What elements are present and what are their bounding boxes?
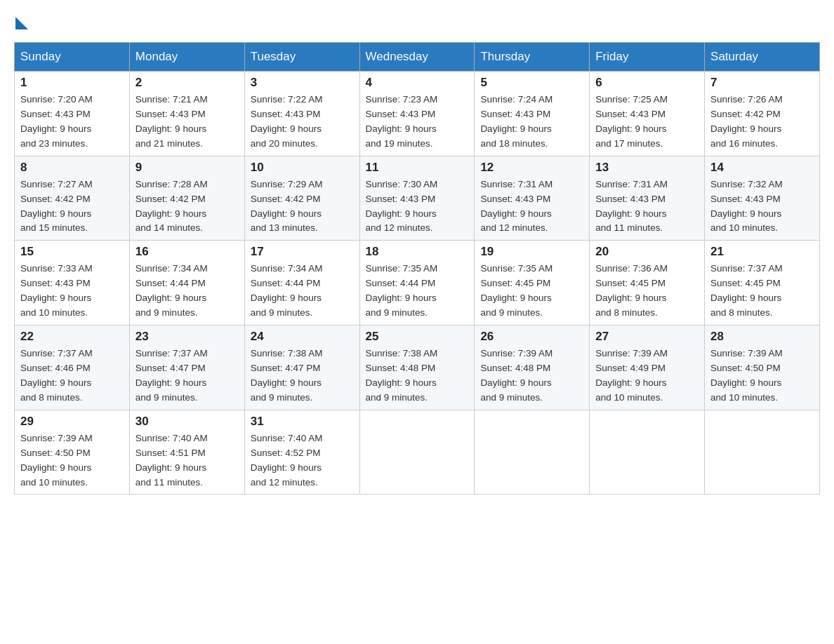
calendar-cell: 23Sunrise: 7:37 AMSunset: 4:47 PMDayligh… xyxy=(129,326,244,410)
calendar-cell: 7Sunrise: 7:26 AMSunset: 4:42 PMDaylight… xyxy=(705,72,820,156)
day-number: 24 xyxy=(251,330,354,344)
calendar-cell xyxy=(359,410,475,495)
day-info: Sunrise: 7:37 AMSunset: 4:45 PMDaylight:… xyxy=(710,262,814,321)
calendar-cell: 11Sunrise: 7:30 AMSunset: 4:43 PMDayligh… xyxy=(359,156,475,241)
calendar-cell: 17Sunrise: 7:34 AMSunset: 4:44 PMDayligh… xyxy=(244,241,359,326)
day-number: 1 xyxy=(20,76,124,90)
day-info: Sunrise: 7:21 AMSunset: 4:43 PMDaylight:… xyxy=(135,93,239,152)
day-number: 4 xyxy=(366,76,469,90)
calendar-cell: 21Sunrise: 7:37 AMSunset: 4:45 PMDayligh… xyxy=(705,241,820,326)
day-info: Sunrise: 7:34 AMSunset: 4:44 PMDaylight:… xyxy=(135,262,239,321)
calendar-cell: 31Sunrise: 7:40 AMSunset: 4:52 PMDayligh… xyxy=(244,410,359,495)
day-info: Sunrise: 7:38 AMSunset: 4:48 PMDaylight:… xyxy=(366,347,469,405)
day-number: 20 xyxy=(595,245,699,259)
logo xyxy=(14,14,28,29)
calendar-cell: 4Sunrise: 7:23 AMSunset: 4:43 PMDaylight… xyxy=(359,72,475,156)
calendar-cell: 1Sunrise: 7:20 AMSunset: 4:43 PMDaylight… xyxy=(15,72,130,156)
day-info: Sunrise: 7:39 AMSunset: 4:50 PMDaylight:… xyxy=(20,431,124,490)
calendar-cell: 16Sunrise: 7:34 AMSunset: 4:44 PMDayligh… xyxy=(129,241,244,326)
day-info: Sunrise: 7:35 AMSunset: 4:44 PMDaylight:… xyxy=(366,262,469,321)
calendar-cell: 14Sunrise: 7:32 AMSunset: 4:43 PMDayligh… xyxy=(705,156,820,241)
day-info: Sunrise: 7:39 AMSunset: 4:48 PMDaylight:… xyxy=(480,347,583,405)
calendar-week-row: 15Sunrise: 7:33 AMSunset: 4:43 PMDayligh… xyxy=(15,241,820,326)
day-number: 8 xyxy=(20,161,124,175)
calendar-header-friday: Friday xyxy=(590,43,705,72)
calendar-cell: 12Sunrise: 7:31 AMSunset: 4:43 PMDayligh… xyxy=(475,156,590,241)
day-number: 9 xyxy=(135,161,239,175)
calendar-cell: 27Sunrise: 7:39 AMSunset: 4:49 PMDayligh… xyxy=(590,326,705,410)
day-number: 16 xyxy=(135,245,239,259)
day-info: Sunrise: 7:34 AMSunset: 4:44 PMDaylight:… xyxy=(251,262,354,321)
calendar-cell: 22Sunrise: 7:37 AMSunset: 4:46 PMDayligh… xyxy=(15,326,130,410)
day-info: Sunrise: 7:40 AMSunset: 4:52 PMDaylight:… xyxy=(251,431,354,490)
day-number: 28 xyxy=(710,330,814,344)
day-number: 7 xyxy=(710,76,814,90)
day-number: 12 xyxy=(480,161,583,175)
day-info: Sunrise: 7:22 AMSunset: 4:43 PMDaylight:… xyxy=(251,93,354,152)
calendar-cell: 9Sunrise: 7:28 AMSunset: 4:42 PMDaylight… xyxy=(129,156,244,241)
day-info: Sunrise: 7:40 AMSunset: 4:51 PMDaylight:… xyxy=(135,431,239,490)
day-number: 22 xyxy=(20,330,124,344)
day-number: 21 xyxy=(710,245,814,259)
calendar-header-sunday: Sunday xyxy=(15,43,130,72)
calendar-cell: 19Sunrise: 7:35 AMSunset: 4:45 PMDayligh… xyxy=(475,241,590,326)
day-number: 31 xyxy=(251,415,354,429)
day-info: Sunrise: 7:32 AMSunset: 4:43 PMDaylight:… xyxy=(710,177,814,236)
calendar-cell: 13Sunrise: 7:31 AMSunset: 4:43 PMDayligh… xyxy=(590,156,705,241)
day-number: 2 xyxy=(135,76,239,90)
calendar-cell: 3Sunrise: 7:22 AMSunset: 4:43 PMDaylight… xyxy=(244,72,359,156)
calendar-cell: 10Sunrise: 7:29 AMSunset: 4:42 PMDayligh… xyxy=(244,156,359,241)
day-number: 15 xyxy=(20,245,124,259)
day-info: Sunrise: 7:20 AMSunset: 4:43 PMDaylight:… xyxy=(20,93,124,152)
calendar-cell: 5Sunrise: 7:24 AMSunset: 4:43 PMDaylight… xyxy=(475,72,590,156)
day-info: Sunrise: 7:27 AMSunset: 4:42 PMDaylight:… xyxy=(20,177,124,236)
day-info: Sunrise: 7:25 AMSunset: 4:43 PMDaylight:… xyxy=(595,93,699,152)
calendar-cell xyxy=(475,410,590,495)
day-number: 19 xyxy=(480,245,583,259)
day-info: Sunrise: 7:39 AMSunset: 4:49 PMDaylight:… xyxy=(595,347,699,405)
calendar-cell xyxy=(705,410,820,495)
day-info: Sunrise: 7:24 AMSunset: 4:43 PMDaylight:… xyxy=(480,93,583,152)
calendar-week-row: 1Sunrise: 7:20 AMSunset: 4:43 PMDaylight… xyxy=(15,72,820,156)
day-number: 3 xyxy=(251,76,354,90)
calendar-header-thursday: Thursday xyxy=(475,43,590,72)
day-info: Sunrise: 7:31 AMSunset: 4:43 PMDaylight:… xyxy=(480,177,583,236)
day-info: Sunrise: 7:38 AMSunset: 4:47 PMDaylight:… xyxy=(251,347,354,405)
day-info: Sunrise: 7:37 AMSunset: 4:47 PMDaylight:… xyxy=(135,347,239,405)
logo-triangle-icon xyxy=(15,17,28,29)
calendar-cell: 26Sunrise: 7:39 AMSunset: 4:48 PMDayligh… xyxy=(475,326,590,410)
day-number: 11 xyxy=(366,161,469,175)
calendar-cell: 6Sunrise: 7:25 AMSunset: 4:43 PMDaylight… xyxy=(590,72,705,156)
calendar-cell: 15Sunrise: 7:33 AMSunset: 4:43 PMDayligh… xyxy=(15,241,130,326)
day-number: 30 xyxy=(135,415,239,429)
day-number: 14 xyxy=(710,161,814,175)
day-number: 23 xyxy=(135,330,239,344)
day-number: 17 xyxy=(251,245,354,259)
calendar-week-row: 8Sunrise: 7:27 AMSunset: 4:42 PMDaylight… xyxy=(15,156,820,241)
day-info: Sunrise: 7:29 AMSunset: 4:42 PMDaylight:… xyxy=(251,177,354,236)
calendar-header-tuesday: Tuesday xyxy=(244,43,359,72)
calendar-cell: 29Sunrise: 7:39 AMSunset: 4:50 PMDayligh… xyxy=(15,410,130,495)
day-info: Sunrise: 7:36 AMSunset: 4:45 PMDaylight:… xyxy=(595,262,699,321)
calendar-cell: 20Sunrise: 7:36 AMSunset: 4:45 PMDayligh… xyxy=(590,241,705,326)
day-info: Sunrise: 7:39 AMSunset: 4:50 PMDaylight:… xyxy=(710,347,814,405)
calendar-cell: 30Sunrise: 7:40 AMSunset: 4:51 PMDayligh… xyxy=(129,410,244,495)
calendar-table: SundayMondayTuesdayWednesdayThursdayFrid… xyxy=(14,42,820,495)
calendar-cell: 18Sunrise: 7:35 AMSunset: 4:44 PMDayligh… xyxy=(359,241,475,326)
day-info: Sunrise: 7:26 AMSunset: 4:42 PMDaylight:… xyxy=(710,93,814,152)
calendar-cell: 8Sunrise: 7:27 AMSunset: 4:42 PMDaylight… xyxy=(15,156,130,241)
day-info: Sunrise: 7:28 AMSunset: 4:42 PMDaylight:… xyxy=(135,177,239,236)
day-info: Sunrise: 7:35 AMSunset: 4:45 PMDaylight:… xyxy=(480,262,583,321)
calendar-week-row: 22Sunrise: 7:37 AMSunset: 4:46 PMDayligh… xyxy=(15,326,820,410)
calendar-week-row: 29Sunrise: 7:39 AMSunset: 4:50 PMDayligh… xyxy=(15,410,820,495)
calendar-header-wednesday: Wednesday xyxy=(359,43,475,72)
day-number: 26 xyxy=(480,330,583,344)
day-info: Sunrise: 7:31 AMSunset: 4:43 PMDaylight:… xyxy=(595,177,699,236)
calendar-header-saturday: Saturday xyxy=(705,43,820,72)
day-number: 10 xyxy=(251,161,354,175)
day-number: 29 xyxy=(20,415,124,429)
calendar-cell: 24Sunrise: 7:38 AMSunset: 4:47 PMDayligh… xyxy=(244,326,359,410)
day-info: Sunrise: 7:33 AMSunset: 4:43 PMDaylight:… xyxy=(20,262,124,321)
calendar-cell xyxy=(590,410,705,495)
day-number: 13 xyxy=(595,161,699,175)
